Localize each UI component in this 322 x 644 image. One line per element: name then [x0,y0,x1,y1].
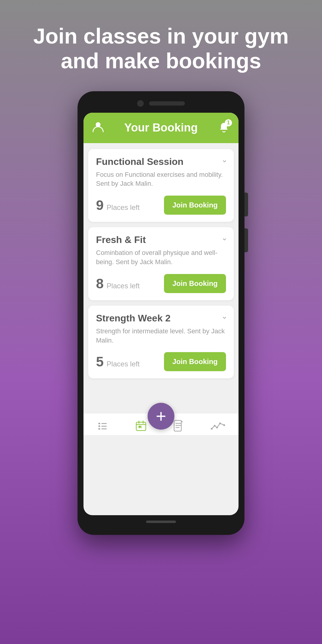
svg-rect-6 [101,428,107,429]
svg-rect-5 [98,428,100,430]
notification-bell[interactable]: 1 [218,122,230,134]
nav-item-list[interactable] [97,420,109,432]
nav-item-calendar[interactable]: 21 [135,420,147,432]
side-button-1 [244,193,248,216]
booking-card-0: ⌄ Functional Session Focus on Functional… [88,149,234,222]
places-info-1: 8 Places left [96,275,140,292]
speaker-grille [149,101,185,106]
svg-point-19 [214,425,216,427]
phone-screen: Your Booking 1 ⌄ Functional Session Focu… [83,113,239,515]
home-indicator [146,521,176,523]
card-title-1: Fresh & Fit [96,234,226,245]
profile-icon[interactable] [92,121,104,135]
chevron-icon-2: ⌄ [221,312,228,321]
phone-mockup: Your Booking 1 ⌄ Functional Session Focu… [78,91,244,535]
places-info-0: 9 Places left [96,197,140,213]
nav-item-chart[interactable] [210,420,225,431]
svg-rect-1 [98,423,100,424]
card-footer-0: 9 Places left Join Booking [96,196,226,215]
card-desc-1: Cominbation of overall physique and well… [96,248,226,267]
svg-point-18 [211,428,213,430]
chevron-icon-0: ⌄ [221,155,228,164]
header-title: Your Booking [124,121,198,134]
places-label-0: Places left [107,203,140,212]
svg-point-22 [223,424,225,426]
svg-marker-17 [181,420,183,422]
app-header: Your Booking 1 [83,113,239,143]
join-button-1[interactable]: Join Booking [164,274,226,293]
svg-rect-3 [98,425,100,427]
card-title-2: Strength Week 2 [96,313,226,324]
join-button-2[interactable]: Join Booking [164,352,226,371]
card-footer-2: 5 Places left Join Booking [96,352,226,371]
card-desc-2: Strength for intermediate level. Sent by… [96,327,226,345]
places-label-1: Places left [107,282,140,290]
nav-item-document[interactable] [173,419,184,432]
booking-card-1: ⌄ Fresh & Fit Cominbation of overall phy… [88,227,234,300]
places-info-2: 5 Places left [96,354,140,370]
side-button-2 [244,228,248,252]
chevron-icon-1: ⌄ [221,233,228,242]
card-title-0: Functional Session [96,156,226,167]
screen-content: ⌄ Functional Session Focus on Functional… [83,143,239,414]
bottom-nav: 21 + [83,414,239,435]
places-number-1: 8 [96,275,104,292]
fab-add-button[interactable]: + [148,403,174,430]
booking-card-2: ⌄ Strength Week 2 Strength for intermedi… [88,306,234,379]
phone-top-bar [83,100,239,107]
phone-home-bar [83,521,239,523]
places-number-0: 9 [96,197,104,213]
svg-rect-2 [101,423,107,424]
card-footer-1: 8 Places left Join Booking [96,274,226,293]
front-camera [137,100,144,107]
headline: Join classes in your gym and make bookin… [10,0,312,91]
places-number-2: 5 [96,354,104,370]
svg-rect-4 [101,426,107,427]
places-label-2: Places left [107,360,140,368]
card-desc-0: Focus on Functional exercises and mobili… [96,170,226,189]
notification-badge: 1 [225,119,232,126]
join-button-0[interactable]: Join Booking [164,196,226,215]
svg-text:21: 21 [138,425,142,429]
svg-point-21 [219,422,221,424]
svg-point-20 [216,427,218,428]
